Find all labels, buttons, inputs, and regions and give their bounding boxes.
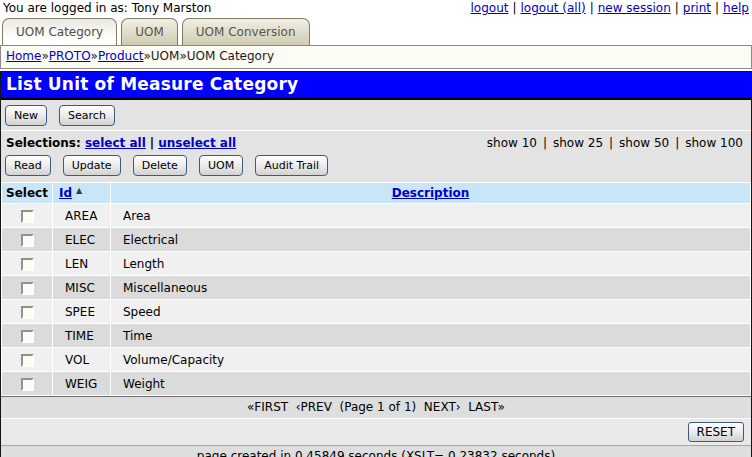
tab-uom-category[interactable]: UOM Category — [2, 18, 117, 45]
table-row: MISC Miscellaneous — [2, 276, 750, 299]
separator: | — [590, 1, 594, 15]
table-row: ELEC Electrical — [2, 228, 750, 251]
select-cell — [2, 228, 52, 251]
table-row: VOL Volume/Capacity — [2, 348, 750, 371]
selections-row: Selections: select all|unselect all show… — [1, 131, 751, 152]
separator: | — [150, 136, 154, 150]
breadcrumb-separator: » — [179, 49, 186, 63]
new-session-link[interactable]: new session — [598, 1, 671, 15]
separator: | — [609, 136, 613, 150]
table-row: LEN Length — [2, 252, 750, 275]
select-all-link[interactable]: select all — [85, 136, 146, 150]
page-size-options: show 10|show 25|show 50|show 100 — [487, 136, 743, 150]
select-cell — [2, 372, 52, 395]
cell-id: LEN — [53, 252, 110, 275]
table-row: WEIG Weight — [2, 372, 750, 395]
row-checkbox[interactable] — [21, 330, 34, 343]
show-10-link[interactable]: show 10 — [487, 136, 537, 150]
search-button[interactable]: Search — [59, 105, 115, 126]
select-cell — [2, 300, 52, 323]
description-sort-link[interactable]: Description — [392, 186, 470, 200]
breadcrumb-separator: » — [143, 49, 150, 63]
footer-text: page created in 0.45849 seconds (XSLT= 0… — [1, 446, 751, 457]
row-checkbox[interactable] — [21, 282, 34, 295]
cell-description: Area — [111, 204, 750, 227]
logged-in-text: You are logged in as: Tony Marston — [3, 1, 211, 15]
breadcrumb-separator: » — [41, 49, 48, 63]
unselect-all-link[interactable]: unselect all — [158, 136, 236, 150]
page: You are logged in as: Tony Marston logou… — [0, 0, 752, 457]
logout-all-link[interactable]: logout (all) — [521, 1, 586, 15]
breadcrumb-separator: » — [91, 49, 98, 63]
selections-left: Selections: select all|unselect all — [6, 136, 236, 150]
separator: | — [675, 136, 679, 150]
cell-id: VOL — [53, 348, 110, 371]
separator: | — [543, 136, 547, 150]
help-link[interactable]: help — [723, 1, 749, 15]
new-button[interactable]: New — [5, 105, 47, 126]
show-100-link[interactable]: show 100 — [685, 136, 743, 150]
table-row: SPEE Speed — [2, 300, 750, 323]
delete-button[interactable]: Delete — [133, 155, 187, 176]
select-cell — [2, 348, 52, 371]
show-25-link[interactable]: show 25 — [553, 136, 603, 150]
cell-description: Electrical — [111, 228, 750, 251]
row-checkbox[interactable] — [21, 258, 34, 271]
select-cell — [2, 324, 52, 347]
breadcrumb: Home»PROTO»Product»UOM»UOM Category — [0, 45, 752, 69]
audit-trail-button[interactable]: Audit Trail — [255, 155, 328, 176]
row-checkbox[interactable] — [21, 306, 34, 319]
logout-link[interactable]: logout — [471, 1, 509, 15]
reset-row: RESET — [1, 418, 751, 446]
uom-button[interactable]: UOM — [199, 155, 243, 176]
breadcrumb-home[interactable]: Home — [6, 49, 41, 63]
tab-uom[interactable]: UOM — [121, 18, 178, 45]
cell-id: SPEE — [53, 300, 110, 323]
row-checkbox[interactable] — [21, 378, 34, 391]
row-checkbox[interactable] — [21, 234, 34, 247]
page-title: List Unit of Measure Category — [1, 72, 751, 100]
table-row: AREA Area — [2, 204, 750, 227]
cell-description: Time — [111, 324, 750, 347]
separator: | — [675, 1, 679, 15]
toolbar-actions: Read Update Delete UOM Audit Trail — [1, 152, 751, 182]
update-button[interactable]: Update — [63, 155, 121, 176]
select-column-header: Select — [2, 183, 52, 203]
cell-description: Speed — [111, 300, 750, 323]
cell-description: Length — [111, 252, 750, 275]
read-button[interactable]: Read — [5, 155, 51, 176]
login-bar: You are logged in as: Tony Marston logou… — [0, 0, 752, 16]
row-checkbox[interactable] — [21, 210, 34, 223]
cell-description: Miscellaneous — [111, 276, 750, 299]
id-sort-link[interactable]: Id — [59, 186, 72, 200]
cell-id: ELEC — [53, 228, 110, 251]
cell-id: TIME — [53, 324, 110, 347]
cell-description: Weight — [111, 372, 750, 395]
session-links: logout|logout (all)|new session|print|he… — [471, 1, 750, 15]
tab-uom-conversion[interactable]: UOM Conversion — [182, 18, 310, 45]
cell-id: MISC — [53, 276, 110, 299]
separator: | — [715, 1, 719, 15]
table-header-row: Select Id▲ Description — [2, 183, 750, 203]
sort-asc-icon: ▲ — [76, 186, 82, 195]
separator: | — [512, 1, 516, 15]
select-cell — [2, 276, 52, 299]
cell-id: WEIG — [53, 372, 110, 395]
reset-button[interactable]: RESET — [688, 422, 744, 442]
cell-description: Volume/Capacity — [111, 348, 750, 371]
breadcrumb-uom: UOM — [151, 49, 180, 63]
pagination-bar: «FIRST ‹PREV (Page 1 of 1) NEXT› LAST» — [1, 396, 751, 418]
tab-strip: UOM Category UOM UOM Conversion — [0, 16, 752, 45]
main-panel: List Unit of Measure Category New Search… — [0, 71, 752, 457]
select-cell — [2, 204, 52, 227]
breadcrumb-current: UOM Category — [187, 49, 274, 63]
breadcrumb-product[interactable]: Product — [98, 49, 144, 63]
uom-category-table: Select Id▲ Description AREA Area ELEC El… — [1, 182, 751, 396]
cell-id: AREA — [53, 204, 110, 227]
show-50-link[interactable]: show 50 — [619, 136, 669, 150]
print-link[interactable]: print — [683, 1, 711, 15]
row-checkbox[interactable] — [21, 354, 34, 367]
table-row: TIME Time — [2, 324, 750, 347]
id-column-header: Id▲ — [53, 183, 110, 203]
breadcrumb-proto[interactable]: PROTO — [49, 49, 91, 63]
